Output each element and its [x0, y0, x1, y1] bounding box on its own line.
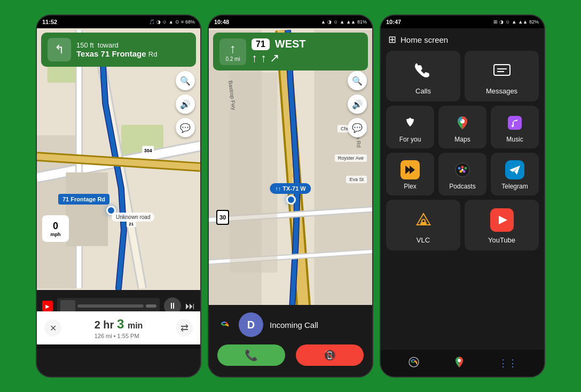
apps-grid-row4: VLC YouTube: [381, 200, 544, 255]
skip-btn-1[interactable]: ⏭: [185, 301, 195, 312]
report-btn-1[interactable]: 💬: [176, 118, 195, 137]
caller-row: D Incoming Call: [217, 312, 364, 337]
podcasts-label: Podcasts: [449, 183, 475, 190]
plex-icon: [401, 160, 420, 179]
location-dot-2: [286, 195, 296, 205]
youtube-icon-1: ▶: [42, 301, 53, 311]
apps-btn-3[interactable]: ⋮⋮: [498, 357, 517, 369]
caller-label: Incoming Call: [270, 320, 318, 330]
svg-point-47: [422, 220, 425, 222]
phone-screen-2: 10:48 ▲ ◑ ☺ ▲ ▲▲ 81%: [208, 14, 373, 378]
eta-bar-1: ✕ 2 hr 3 min 126 mi • 1:55 PM ⇄: [37, 311, 200, 344]
highway-row: 71 WEST: [252, 38, 306, 50]
status-icons-1: 🎵 ◑ ☺ ▲ ⊙ ≡ 68%: [149, 19, 195, 25]
svg-point-51: [458, 359, 461, 362]
caller-avatar: D: [239, 312, 263, 337]
apps-grid-row2: For you Maps Music: [381, 106, 544, 153]
progress-indicator-1: [146, 304, 156, 308]
apps-grid-top: Calls Messages: [381, 51, 544, 106]
assistant-btn-3[interactable]: [407, 356, 420, 371]
foryou-icon: [401, 113, 420, 132]
svg-text:21: 21: [129, 222, 134, 226]
messages-tile[interactable]: Messages: [465, 51, 539, 101]
svg-rect-29: [230, 72, 277, 272]
home-title: Home screen: [401, 35, 448, 44]
report-btn-2[interactable]: 💬: [348, 118, 367, 137]
svg-rect-13: [66, 173, 108, 246]
telegram-icon: [505, 160, 524, 179]
vlc-icon: [412, 208, 435, 232]
turn-arrow-2: ↑: [230, 41, 236, 56]
bottom-nav-3: ⋮⋮: [381, 350, 544, 377]
status-bar-3: 10:47 ⊞ ◑ ☺ ▲ ▲▲ 82%: [381, 15, 544, 28]
eva-label: Eva St: [346, 176, 367, 183]
map-area-2: Bastrop Fwy Yum Rd ↑ 0.2 mi 71 WEST ↑ ↑ …: [209, 28, 372, 311]
plex-label: Plex: [404, 183, 416, 190]
foryou-tile[interactable]: For you: [386, 106, 434, 148]
status-icons-3: ⊞ ◑ ☺ ▲ ▲▲ 82%: [493, 19, 539, 25]
maps-tile[interactable]: Maps: [438, 106, 486, 148]
google-assistant-icon: [217, 317, 232, 332]
messages-label: Messages: [486, 87, 517, 95]
phone-screen-3: 10:47 ⊞ ◑ ☺ ▲ ▲▲ 82% ⊞ Home screen Calls…: [380, 14, 545, 378]
call-buttons: 📞 📵: [217, 344, 364, 366]
eta-time-1: 2 hr 3 min: [95, 317, 143, 332]
speed-limit-30: 30: [216, 210, 229, 225]
nav-info-1: 150 ft toward Texas 71 Frontage Rd: [76, 41, 157, 58]
eta-details-1: 126 mi • 1:55 PM: [95, 333, 143, 339]
close-btn-1[interactable]: ✕: [44, 319, 61, 336]
maps-icon: [453, 113, 472, 132]
vlc-tile[interactable]: VLC: [386, 200, 460, 250]
svg-point-38: [461, 166, 464, 169]
foryou-label: For you: [399, 136, 421, 143]
calls-tile[interactable]: Calls: [386, 51, 460, 101]
map-svg-1: 304 21: [37, 28, 200, 290]
status-bar-2: 10:48 ▲ ◑ ☺ ▲ ▲▲ 81%: [209, 15, 372, 28]
time-3: 10:47: [386, 19, 401, 25]
progress-bar-1: [77, 304, 144, 308]
sound-btn-1[interactable]: 🔊: [176, 95, 195, 114]
svg-rect-31: [494, 65, 510, 75]
music-tile[interactable]: Music: [491, 106, 539, 148]
home-screen-icon: ⊞: [388, 34, 396, 45]
vlc-label: VLC: [417, 236, 430, 244]
svg-point-37: [458, 167, 461, 170]
speed-box-1: 0 mph: [42, 215, 69, 242]
nav-banner-1: ↰ 150 ft toward Texas 71 Frontage Rd: [41, 33, 196, 67]
nav-info-2: 71 WEST ↑ ↑ ↗: [252, 38, 306, 65]
apps-grid-row3: Plex Podcasts Te: [381, 153, 544, 200]
time-1: 11:52: [42, 19, 57, 25]
nav-banner-2: ↑ 0.2 mi 71 WEST ↑ ↑ ↗: [213, 33, 368, 70]
nav-arrow-box-2: ↑ 0.2 mi: [219, 38, 246, 65]
svg-point-42: [461, 169, 464, 171]
nav-direction-2: WEST: [275, 38, 306, 50]
sound-btn-2[interactable]: 🔊: [348, 95, 367, 114]
music-icon: [505, 113, 524, 132]
svg-text:304: 304: [144, 148, 152, 153]
nav-arrow-box-1: ↰: [48, 38, 71, 61]
messages-icon: [490, 59, 514, 83]
route-btn-1[interactable]: ⇄: [176, 319, 193, 336]
nav-dist-2: 0.2 mi: [225, 56, 240, 62]
royster-label: Royster Ave: [335, 154, 367, 162]
plex-tile[interactable]: Plex: [386, 153, 434, 195]
podcasts-tile[interactable]: Podcasts: [438, 153, 486, 195]
eta-info-1: 2 hr 3 min 126 mi • 1:55 PM: [95, 317, 143, 339]
maps-btn-3[interactable]: [453, 356, 466, 371]
search-btn-1[interactable]: 🔍: [176, 71, 195, 90]
calls-label: Calls: [415, 87, 431, 95]
unknown-road-1: Unknown road: [112, 213, 154, 222]
search-btn-2[interactable]: 🔍: [348, 71, 367, 90]
decline-call-btn[interactable]: 📵: [296, 344, 364, 366]
phone-screen-1: 11:52 🎵 ◑ ☺ ▲ ⊙ ≡ 68%: [36, 14, 201, 378]
svg-rect-35: [508, 116, 522, 130]
accept-call-btn[interactable]: 📞: [217, 344, 285, 366]
svg-point-39: [465, 167, 467, 170]
nav-dest-1: Texas 71 Frontage Rd: [76, 49, 157, 58]
youtube-tile[interactable]: YouTube: [465, 200, 539, 250]
telegram-tile[interactable]: Telegram: [491, 153, 539, 195]
music-label: Music: [506, 136, 523, 143]
highway-sign-2: 71: [252, 38, 270, 50]
podcasts-icon: [453, 160, 472, 179]
telegram-label: Telegram: [501, 183, 528, 190]
